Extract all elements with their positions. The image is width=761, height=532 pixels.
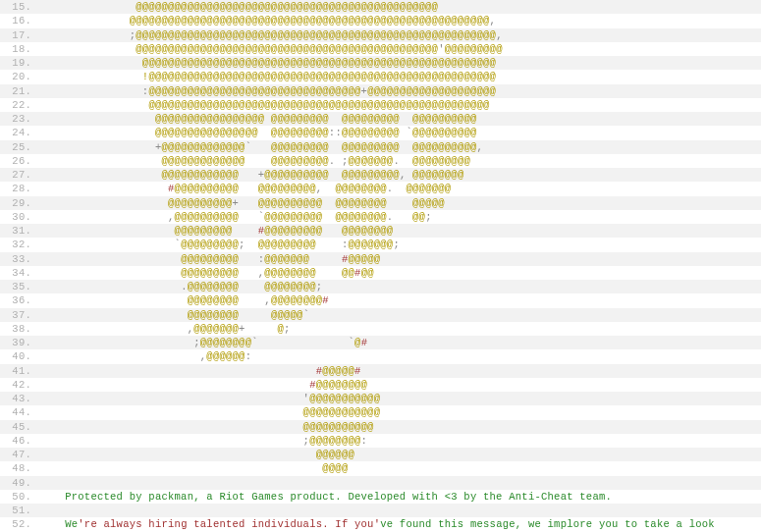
code-line: 15. @@@@@@@@@@@@@@@@@@@@@@@@@@@@@@@@@@@@… bbox=[0, 0, 761, 14]
line-number: 39. bbox=[0, 336, 37, 349]
line-content: !@@@@@@@@@@@@@@@@@@@@@@@@@@@@@@@@@@@@@@@… bbox=[37, 70, 496, 83]
line-content: @@@@@@@@@@@@@@@@@@@@@@@@@@@@@@@@@@@@@@@@… bbox=[37, 42, 503, 56]
code-line: 20. !@@@@@@@@@@@@@@@@@@@@@@@@@@@@@@@@@@@… bbox=[0, 70, 761, 83]
code-line: 42. #@@@@@@@@ bbox=[0, 378, 761, 392]
line-content: #@@@@@# bbox=[37, 364, 361, 378]
line-content: @@@@ bbox=[37, 461, 348, 475]
code-line: 22. @@@@@@@@@@@@@@@@@@@@@@@@@@@@@@@@@@@@… bbox=[0, 98, 761, 112]
line-content bbox=[37, 504, 39, 517]
line-content: +@@@@@@@@@@@@@` @@@@@@@@@ @@@@@@@@@ @@@@… bbox=[37, 140, 483, 154]
code-line: 47. @@@@@@ bbox=[0, 448, 761, 461]
code-line: 40. ,@@@@@@: bbox=[0, 349, 761, 363]
line-number: 23. bbox=[0, 112, 37, 126]
line-content: @@@@@@@@@@+ @@@@@@@@@@ @@@@@@@@ @@@@@ bbox=[37, 196, 445, 210]
code-line: 48. @@@@ bbox=[0, 461, 761, 475]
code-line: 44. @@@@@@@@@@@@ bbox=[0, 405, 761, 419]
line-number: 31. bbox=[0, 224, 37, 238]
line-number: 46. bbox=[0, 434, 37, 448]
code-line: 16. @@@@@@@@@@@@@@@@@@@@@@@@@@@@@@@@@@@@… bbox=[0, 14, 761, 27]
line-content bbox=[37, 476, 39, 490]
line-content: @@@@@@@@@@@@@@@@@@@@@@@@@@@@@@@@@@@@@@@@… bbox=[37, 14, 496, 27]
line-number: 17. bbox=[0, 28, 37, 42]
line-number: 36. bbox=[0, 293, 37, 307]
line-content: @@@@@@@@@@@@@ @@@@@@@@@. ;@@@@@@@. @@@@@… bbox=[37, 154, 470, 168]
line-number: 35. bbox=[0, 280, 37, 293]
line-number: 25. bbox=[0, 140, 37, 154]
code-line: 51. bbox=[0, 504, 761, 517]
code-line: 27. @@@@@@@@@@@@ +@@@@@@@@@@ @@@@@@@@@, … bbox=[0, 168, 761, 182]
line-content: We're always hiring talented individuals… bbox=[37, 517, 715, 531]
line-number: 26. bbox=[0, 154, 37, 168]
line-content: ,@@@@@@: bbox=[37, 349, 251, 363]
line-content: @@@@@@@@@@@@ +@@@@@@@@@@ @@@@@@@@@, @@@@… bbox=[37, 168, 463, 182]
line-number: 40. bbox=[0, 349, 37, 363]
line-content: @@@@@@@@@@@@@@@@@ @@@@@@@@@ @@@@@@@@@ @@… bbox=[37, 112, 477, 126]
code-line: 43. '@@@@@@@@@@@ bbox=[0, 392, 761, 405]
line-number: 51. bbox=[0, 504, 37, 517]
line-content: #@@@@@@@@@@ @@@@@@@@@, @@@@@@@@. @@@@@@@ bbox=[37, 182, 451, 195]
line-content: Protected by packman, a Riot Games produ… bbox=[37, 490, 612, 504]
code-line: 31. @@@@@@@@@ #@@@@@@@@@ @@@@@@@@ bbox=[0, 224, 761, 238]
line-content: :@@@@@@@@@@@@@@@@@@@@@@@@@@@@@@@@@+@@@@@… bbox=[37, 84, 496, 98]
line-content: @@@@@@@@@ ,@@@@@@@@ @@#@@ bbox=[37, 266, 374, 280]
code-line: 18. @@@@@@@@@@@@@@@@@@@@@@@@@@@@@@@@@@@@… bbox=[0, 42, 761, 56]
line-content: ,@@@@@@@+ @; bbox=[37, 322, 291, 336]
code-line: 32. `@@@@@@@@@; @@@@@@@@@ :@@@@@@@; bbox=[0, 238, 761, 251]
line-number: 33. bbox=[0, 252, 37, 266]
line-number: 38. bbox=[0, 322, 37, 336]
code-line: 24. @@@@@@@@@@@@@@@@ @@@@@@@@@::@@@@@@@@… bbox=[0, 126, 761, 139]
code-line: 34. @@@@@@@@@ ,@@@@@@@@ @@#@@ bbox=[0, 266, 761, 280]
code-editor: 15. @@@@@@@@@@@@@@@@@@@@@@@@@@@@@@@@@@@@… bbox=[0, 0, 761, 532]
code-line: 25. +@@@@@@@@@@@@@` @@@@@@@@@ @@@@@@@@@ … bbox=[0, 140, 761, 154]
line-number: 21. bbox=[0, 84, 37, 98]
code-line: 37. @@@@@@@@ @@@@@` bbox=[0, 308, 761, 322]
line-number: 30. bbox=[0, 210, 37, 224]
line-number: 32. bbox=[0, 238, 37, 251]
line-number: 20. bbox=[0, 70, 37, 83]
code-line: 19. @@@@@@@@@@@@@@@@@@@@@@@@@@@@@@@@@@@@… bbox=[0, 56, 761, 70]
line-content: @@@@@@@@@@@@@@@@@@@@@@@@@@@@@@@@@@@@@@@@… bbox=[37, 0, 438, 14]
code-line: 39. ;@@@@@@@@` `@# bbox=[0, 336, 761, 349]
line-content: @@@@@@@@ ,@@@@@@@@# bbox=[37, 293, 329, 307]
line-content: @@@@@@@@@@@@@@@@ @@@@@@@@@::@@@@@@@@@ `@… bbox=[37, 126, 477, 139]
line-number: 47. bbox=[0, 448, 37, 461]
line-number: 28. bbox=[0, 182, 37, 195]
code-line: 17. ;@@@@@@@@@@@@@@@@@@@@@@@@@@@@@@@@@@@… bbox=[0, 28, 761, 42]
line-content: @@@@@@@@ @@@@@` bbox=[37, 308, 309, 322]
line-content: '@@@@@@@@@@@ bbox=[37, 392, 380, 405]
code-line: 26. @@@@@@@@@@@@@ @@@@@@@@@. ;@@@@@@@. @… bbox=[0, 154, 761, 168]
code-line: 28. #@@@@@@@@@@ @@@@@@@@@, @@@@@@@@. @@@… bbox=[0, 182, 761, 195]
code-line: 29. @@@@@@@@@@+ @@@@@@@@@@ @@@@@@@@ @@@@… bbox=[0, 196, 761, 210]
line-number: 43. bbox=[0, 392, 37, 405]
code-line: 36. @@@@@@@@ ,@@@@@@@@# bbox=[0, 293, 761, 307]
line-content: @@@@@@@@@ #@@@@@@@@@ @@@@@@@@ bbox=[37, 224, 393, 238]
line-number: 49. bbox=[0, 476, 37, 490]
line-content: ,@@@@@@@@@@ `@@@@@@@@@ @@@@@@@@. @@; bbox=[37, 210, 432, 224]
code-line: 35. .@@@@@@@@ @@@@@@@@; bbox=[0, 280, 761, 293]
line-number: 34. bbox=[0, 266, 37, 280]
code-line: 46. ;@@@@@@@@: bbox=[0, 434, 761, 448]
line-number: 18. bbox=[0, 42, 37, 56]
line-content: ;@@@@@@@@` `@# bbox=[37, 336, 367, 349]
code-line: 45. @@@@@@@@@@@ bbox=[0, 420, 761, 434]
code-line: 21. :@@@@@@@@@@@@@@@@@@@@@@@@@@@@@@@@@+@… bbox=[0, 84, 761, 98]
line-content: `@@@@@@@@@; @@@@@@@@@ :@@@@@@@; bbox=[37, 238, 400, 251]
code-line: 52. We're always hiring talented individ… bbox=[0, 517, 761, 531]
line-number: 16. bbox=[0, 14, 37, 27]
line-number: 44. bbox=[0, 405, 37, 419]
line-content: @@@@@@@@@@@ bbox=[37, 420, 374, 434]
code-line: 33. @@@@@@@@@ :@@@@@@@ #@@@@@ bbox=[0, 252, 761, 266]
line-number: 52. bbox=[0, 517, 37, 531]
line-content: @@@@@@@@@ :@@@@@@@ #@@@@@ bbox=[37, 252, 380, 266]
code-line: 23. @@@@@@@@@@@@@@@@@ @@@@@@@@@ @@@@@@@@… bbox=[0, 112, 761, 126]
line-number: 24. bbox=[0, 126, 37, 139]
code-line: 41. #@@@@@# bbox=[0, 364, 761, 378]
line-number: 42. bbox=[0, 378, 37, 392]
line-number: 19. bbox=[0, 56, 37, 70]
line-number: 15. bbox=[0, 0, 37, 14]
line-content: @@@@@@@@@@@@@@@@@@@@@@@@@@@@@@@@@@@@@@@@… bbox=[37, 56, 496, 70]
line-content: @@@@@@@@@@@@@@@@@@@@@@@@@@@@@@@@@@@@@@@@… bbox=[37, 98, 490, 112]
code-line: 49. bbox=[0, 476, 761, 490]
line-number: 37. bbox=[0, 308, 37, 322]
line-number: 22. bbox=[0, 98, 37, 112]
